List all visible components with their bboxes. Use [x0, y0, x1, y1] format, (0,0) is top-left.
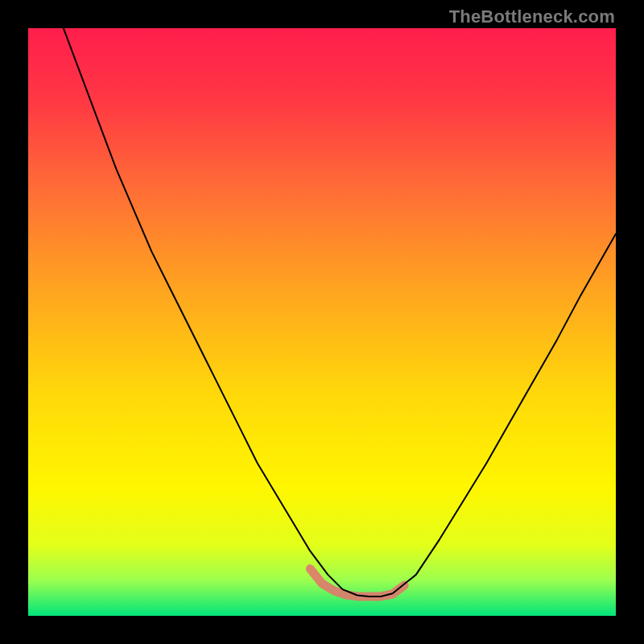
- valley-highlight: [310, 569, 404, 597]
- v-curve-line: [64, 28, 616, 597]
- watermark-text: TheBottleneck.com: [449, 6, 615, 27]
- plot-area: [28, 28, 616, 616]
- chart-overlay: [28, 28, 616, 616]
- chart-frame: TheBottleneck.com: [0, 0, 644, 644]
